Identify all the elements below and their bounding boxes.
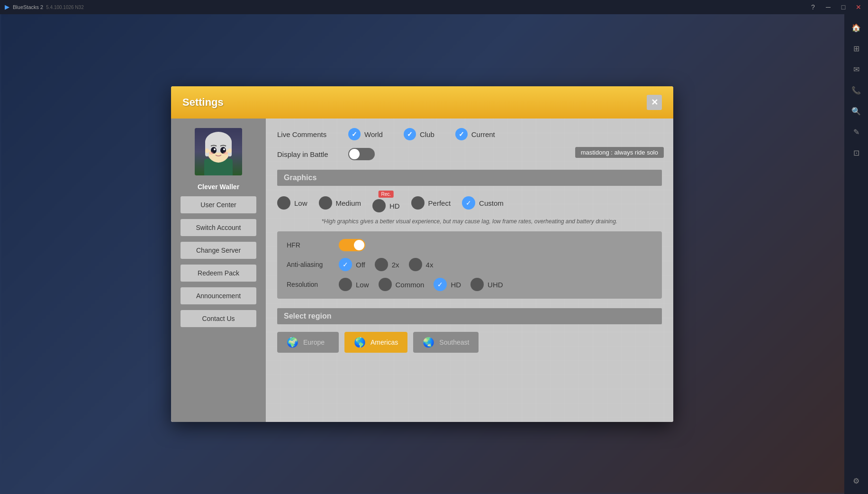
modal-title: Settings <box>182 96 224 109</box>
chat-message: mastidong : always ride solo <box>575 147 664 158</box>
res-common-option[interactable]: Common <box>379 278 425 291</box>
custom-label: Custom <box>479 199 504 207</box>
hfr-row: HFR <box>287 239 652 251</box>
svg-point-12 <box>223 148 225 150</box>
contact-us-button[interactable]: Contact Us <box>181 310 256 327</box>
window-controls: ? ─ □ ✕ <box>808 3 863 11</box>
modal-body: Clever Waller User Center Switch Account… <box>171 119 673 422</box>
off-radio <box>339 258 352 271</box>
home-icon[interactable]: 🏠 <box>848 19 865 36</box>
custom-settings-box: HFR Anti-aliasing Off <box>277 231 662 299</box>
announcement-button[interactable]: Announcement <box>181 287 256 304</box>
svg-point-14 <box>223 152 228 155</box>
res-hd-option[interactable]: HD <box>434 278 461 291</box>
res-hd-radio <box>434 278 447 291</box>
hd-radio <box>372 199 386 212</box>
edit-icon[interactable]: ✎ <box>848 123 865 140</box>
2x-option[interactable]: 2x <box>375 258 399 271</box>
change-server-button[interactable]: Change Server <box>181 242 256 259</box>
res-low-label: Low <box>356 281 369 289</box>
americas-button[interactable]: 🌎 Americas <box>344 332 407 353</box>
medium-radio <box>319 196 332 210</box>
res-uhd-option[interactable]: UHD <box>470 278 503 291</box>
2x-label: 2x <box>392 261 399 269</box>
graphics-options: Low Medium Rec. HD Perfect <box>277 193 662 212</box>
americas-label: Americas <box>371 338 398 346</box>
minimize-icon[interactable]: ─ <box>823 3 833 11</box>
right-panel: mastidong : always ride solo Live Commen… <box>266 119 673 422</box>
settings-modal: Settings ✕ <box>171 86 673 422</box>
app-version: 5.4.100.1026 N32 <box>46 5 84 10</box>
redeem-pack-button[interactable]: Redeem Pack <box>181 265 256 282</box>
help-icon[interactable]: ? <box>808 3 818 11</box>
antialiasing-row: Anti-aliasing Off 2x 4x <box>287 258 652 271</box>
graphics-header: Graphics <box>277 170 662 186</box>
app-title: BlueStacks 2 <box>13 4 43 10</box>
resolution-label: Resolution <box>287 281 339 288</box>
res-low-option[interactable]: Low <box>339 278 369 291</box>
app-logo: ▶ <box>5 4 9 10</box>
user-center-button[interactable]: User Center <box>181 196 256 213</box>
avatar-container <box>195 128 242 175</box>
svg-rect-4 <box>205 140 232 149</box>
apps-icon[interactable]: ⊞ <box>848 40 865 57</box>
4x-radio <box>409 258 422 271</box>
low-label: Low <box>294 199 307 207</box>
live-comments-section: Live Comments ✓ World ✓ Club ✓ Current <box>277 128 662 140</box>
southeast-label: Southeast <box>439 338 469 346</box>
club-checkmark: ✓ <box>404 128 416 140</box>
live-comments-label: Live Comments <box>277 130 339 138</box>
bluestacks-sidebar: 🏠 ⊞ ✉ 📞 🔍 ✎ ⊡ ⚙ <box>844 14 868 494</box>
left-panel: Clever Waller User Center Switch Account… <box>171 119 266 422</box>
club-checkbox[interactable]: ✓ Club <box>404 128 434 140</box>
club-label: Club <box>420 130 434 138</box>
southeast-button[interactable]: 🌏 Southeast <box>413 332 479 353</box>
off-option[interactable]: Off <box>339 258 365 271</box>
custom-radio <box>462 196 475 210</box>
modal-header: Settings ✕ <box>171 86 673 119</box>
custom-option[interactable]: Custom <box>462 196 504 210</box>
phone-icon[interactable]: 📞 <box>848 82 865 99</box>
4x-option[interactable]: 4x <box>409 258 434 271</box>
europe-icon: 🌍 <box>287 337 298 348</box>
hfr-label: HFR <box>287 241 339 249</box>
res-uhd-label: UHD <box>488 281 503 289</box>
avatar <box>195 128 242 175</box>
res-common-radio <box>379 278 392 291</box>
current-checkmark: ✓ <box>455 128 468 140</box>
2x-radio <box>375 258 388 271</box>
world-checkmark: ✓ <box>348 128 361 140</box>
layers-icon[interactable]: ⊡ <box>848 144 865 161</box>
svg-point-7 <box>205 148 209 153</box>
close-button[interactable]: ✕ <box>647 95 662 110</box>
toggle-knob <box>349 149 360 159</box>
antialiasing-label: Anti-aliasing <box>287 261 339 268</box>
close-icon[interactable]: ✕ <box>854 3 863 11</box>
switch-account-button[interactable]: Switch Account <box>181 219 256 236</box>
svg-point-13 <box>209 152 214 155</box>
americas-icon: 🌎 <box>354 337 366 348</box>
low-option[interactable]: Low <box>277 196 307 210</box>
southeast-icon: 🌏 <box>423 337 434 348</box>
hfr-knob <box>354 240 364 250</box>
perfect-option[interactable]: Perfect <box>411 196 451 210</box>
world-label: World <box>364 130 383 138</box>
low-radio <box>277 196 290 210</box>
res-common-label: Common <box>396 281 425 289</box>
svg-point-8 <box>228 148 232 153</box>
medium-option[interactable]: Medium <box>319 196 361 210</box>
battle-toggle[interactable] <box>348 148 375 160</box>
rec-badge: Rec. <box>378 191 394 198</box>
messages-icon[interactable]: ✉ <box>848 61 865 78</box>
europe-button[interactable]: 🌍 Europe <box>277 332 339 353</box>
graphics-note: *High graphics gives a better visual exp… <box>277 218 662 225</box>
world-checkbox[interactable]: ✓ World <box>348 128 383 140</box>
res-uhd-radio <box>470 278 484 291</box>
settings-icon[interactable]: ⚙ <box>848 472 865 489</box>
search-icon[interactable]: 🔍 <box>848 102 865 119</box>
current-checkbox[interactable]: ✓ Current <box>455 128 495 140</box>
4x-label: 4x <box>426 261 434 269</box>
hfr-toggle[interactable] <box>339 239 365 251</box>
hd-option[interactable]: Rec. HD <box>372 199 400 212</box>
restore-icon[interactable]: □ <box>839 3 848 11</box>
